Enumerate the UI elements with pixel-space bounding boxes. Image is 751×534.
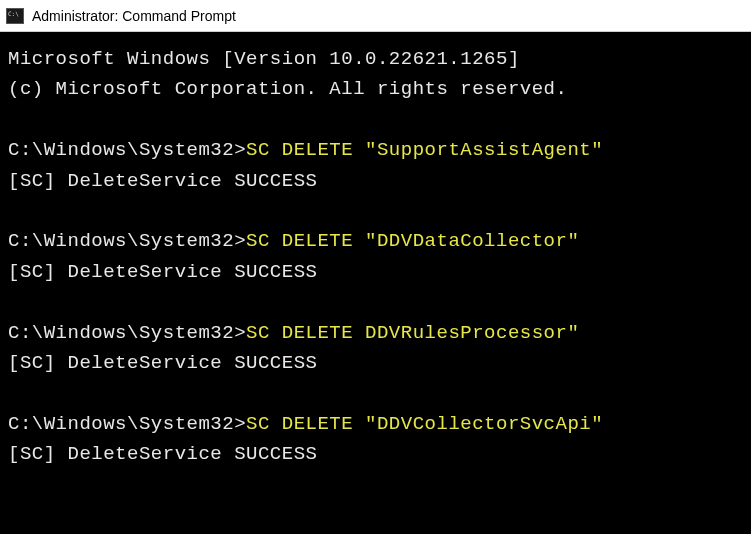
command-text: SC DELETE "DDVCollectorSvcApi": [246, 413, 603, 435]
blank-line: [8, 105, 743, 135]
copyright-line: (c) Microsoft Corporation. All rights re…: [8, 74, 743, 104]
command-text: SC DELETE "SupportAssistAgent": [246, 139, 603, 161]
command-line: C:\Windows\System32>SC DELETE "DDVDataCo…: [8, 226, 743, 256]
command-result: [SC] DeleteService SUCCESS: [8, 257, 743, 287]
prompt-path: C:\Windows\System32>: [8, 139, 246, 161]
command-line: C:\Windows\System32>SC DELETE "DDVCollec…: [8, 409, 743, 439]
command-result: [SC] DeleteService SUCCESS: [8, 166, 743, 196]
os-version-line: Microsoft Windows [Version 10.0.22621.12…: [8, 44, 743, 74]
terminal-output-area[interactable]: Microsoft Windows [Version 10.0.22621.12…: [0, 32, 751, 481]
cmd-icon: [6, 8, 24, 24]
command-text: SC DELETE DDVRulesProcessor": [246, 322, 579, 344]
prompt-path: C:\Windows\System32>: [8, 230, 246, 252]
command-result: [SC] DeleteService SUCCESS: [8, 348, 743, 378]
prompt-path: C:\Windows\System32>: [8, 413, 246, 435]
command-text: SC DELETE "DDVDataCollector": [246, 230, 579, 252]
command-line: C:\Windows\System32>SC DELETE DDVRulesPr…: [8, 318, 743, 348]
window-titlebar[interactable]: Administrator: Command Prompt: [0, 0, 751, 32]
prompt-path: C:\Windows\System32>: [8, 322, 246, 344]
blank-line: [8, 287, 743, 317]
window-title: Administrator: Command Prompt: [32, 8, 236, 24]
blank-line: [8, 378, 743, 408]
command-line: C:\Windows\System32>SC DELETE "SupportAs…: [8, 135, 743, 165]
command-result: [SC] DeleteService SUCCESS: [8, 439, 743, 469]
blank-line: [8, 196, 743, 226]
